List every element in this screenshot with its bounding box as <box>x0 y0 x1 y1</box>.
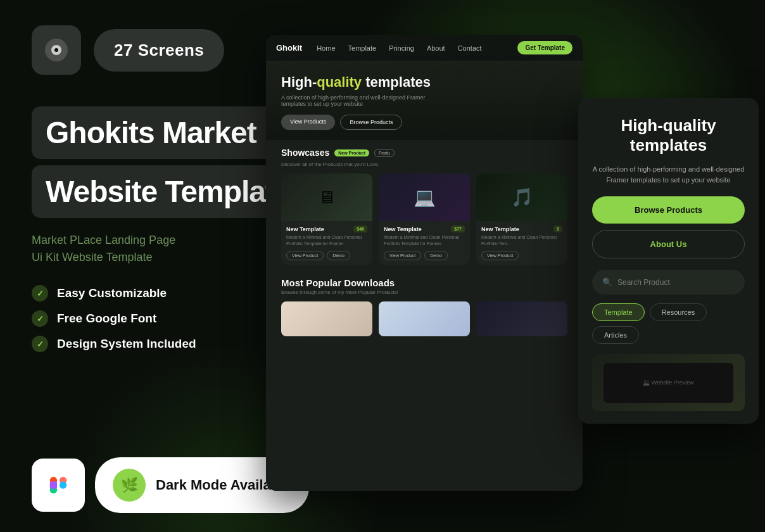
card-desc-1: Modern a Minimal and Clean Personal Port… <box>286 234 367 247</box>
browser-showcase: Showcases New Product Featu Discover all… <box>266 140 583 270</box>
product-cards: 🖥 New Template $46 Modern a Minimal and … <box>281 174 567 265</box>
svg-point-7 <box>60 481 66 488</box>
card-actions-3: View Product <box>481 251 562 260</box>
card-title-3: New Template <box>481 226 519 232</box>
hero-btn-view[interactable]: View Products <box>281 115 335 130</box>
nav-cta-button[interactable]: Get Template <box>517 41 572 54</box>
card-body-3: New Template $ Modern a Minimal and Clea… <box>476 221 567 265</box>
nav-link-template[interactable]: Template <box>348 44 377 52</box>
rp-search-placeholder: Search Product <box>617 278 670 287</box>
figma-icon <box>47 474 70 497</box>
rp-browse-button[interactable]: Browse Products <box>592 196 745 224</box>
browser-nav: Ghokit Home Template Princing About Cont… <box>266 35 583 61</box>
rp-tag-template[interactable]: Template <box>592 303 645 321</box>
popular-card-3 <box>476 301 567 336</box>
right-panel-mockup: High-quality templates A collection of h… <box>578 98 759 424</box>
card-body-1: New Template $46 Modern a Minimal and Cl… <box>281 221 372 265</box>
browser-hero-title: High-quality templates <box>281 74 567 91</box>
view-product-btn-1[interactable]: View Product <box>286 251 324 260</box>
logo-icon <box>44 37 69 63</box>
browser-mockup: Ghokit Home Template Princing About Cont… <box>266 35 583 491</box>
rp-preview: 💻 Website Preview <box>592 354 745 411</box>
desk-icon-2: 💻 <box>414 187 436 208</box>
check-icon-1: ✓ <box>32 285 48 301</box>
card-title-row-1: New Template $46 <box>286 225 367 232</box>
card-title-1: New Template <box>286 226 324 232</box>
popular-cards <box>281 301 567 336</box>
card-desc-2: Modern a Minimal and Clean Personal Port… <box>384 234 465 247</box>
popular-card-1 <box>281 301 372 336</box>
view-product-btn-2[interactable]: View Product <box>384 251 421 260</box>
card-img-3: 🎵 <box>476 174 567 221</box>
popular-card-2 <box>379 301 470 336</box>
nav-link-contact[interactable]: Contact <box>458 44 482 52</box>
hero-btn-browse[interactable]: Browse Products <box>340 115 402 130</box>
check-icon-2: ✓ <box>32 310 48 327</box>
product-card-2: 💻 New Template $77 Modern a Minimal and … <box>379 174 470 265</box>
section-title-row: Showcases New Product Featu <box>281 148 567 158</box>
demo-btn-1[interactable]: Demo <box>327 251 350 260</box>
rp-preview-inner: 💻 Website Preview <box>604 363 733 403</box>
rp-search-bar[interactable]: 🔍 Search Product <box>592 270 745 294</box>
darkmode-icon: 🌿 <box>113 469 146 502</box>
nav-link-home[interactable]: Home <box>317 44 335 52</box>
browser-hero: High-quality templates A collection of h… <box>266 61 583 140</box>
new-badge: New Product <box>334 149 369 156</box>
rp-tag-resources[interactable]: Resources <box>650 303 707 321</box>
nav-link-pricing[interactable]: Princing <box>389 44 414 52</box>
product-card-3: 🎵 New Template $ Modern a Minimal and Cl… <box>476 174 567 265</box>
desk-icon-1: 🖥 <box>318 187 336 208</box>
card-img-2: 💻 <box>379 174 470 221</box>
section-subtitle: Discover all of the Products that you'll… <box>281 162 567 167</box>
card-title-row-2: New Template $77 <box>384 225 465 232</box>
main-title-2: Website Template <box>32 165 305 218</box>
feat-badge: Featu <box>374 149 395 157</box>
check-icon-3: ✓ <box>32 336 48 352</box>
hero-buttons: View Products Browse Products <box>281 115 567 130</box>
card-title-row-3: New Template $ <box>481 225 562 232</box>
card-price-1: $46 <box>353 225 367 232</box>
card-body-2: New Template $77 Modern a Minimal and Cl… <box>379 221 470 265</box>
card-actions-2: View Product Demo <box>384 251 465 260</box>
svg-rect-6 <box>50 481 57 488</box>
section-title: Showcases <box>281 148 329 158</box>
browser-hero-subtitle: A collection of high-performing and well… <box>281 94 567 107</box>
rp-about-button[interactable]: About Us <box>592 230 745 258</box>
popular-section: Most Popular Downloads Browse through so… <box>266 270 583 340</box>
search-icon: 🔍 <box>602 277 612 287</box>
screens-badge: 27 Screens <box>94 29 224 72</box>
logo-badge <box>32 25 81 75</box>
view-product-btn-3[interactable]: View Product <box>481 251 519 260</box>
demo-btn-2[interactable]: Demo <box>424 251 448 260</box>
card-price-3: $ <box>553 225 562 232</box>
card-actions-1: View Product Demo <box>286 251 367 260</box>
rp-desc: A collection of high-performing and well… <box>592 164 745 185</box>
rp-title: High-quality templates <box>592 116 745 155</box>
card-img-1: 🖥 <box>281 174 372 221</box>
figma-badge <box>32 459 85 512</box>
desk-icon-3: 🎵 <box>511 187 533 208</box>
popular-title: Most Popular Downloads <box>281 277 567 288</box>
card-title-2: New Template <box>384 226 422 232</box>
rp-tag-articles[interactable]: Articles <box>592 326 639 344</box>
product-card-1: 🖥 New Template $46 Modern a Minimal and … <box>281 174 372 265</box>
rp-tags: Template Resources Articles <box>592 303 745 344</box>
card-price-2: $77 <box>451 225 465 232</box>
nav-link-about[interactable]: About <box>427 44 445 52</box>
popular-subtitle: Browse through some of my Most Popular P… <box>281 289 567 295</box>
hero-title-accent: quality <box>317 74 362 90</box>
card-desc-3: Modern a Minimal and Clean Personal Port… <box>481 234 562 247</box>
browser-brand: Ghokit <box>276 43 302 53</box>
rp-preview-label: 💻 Website Preview <box>643 379 693 386</box>
svg-point-2 <box>54 48 58 52</box>
